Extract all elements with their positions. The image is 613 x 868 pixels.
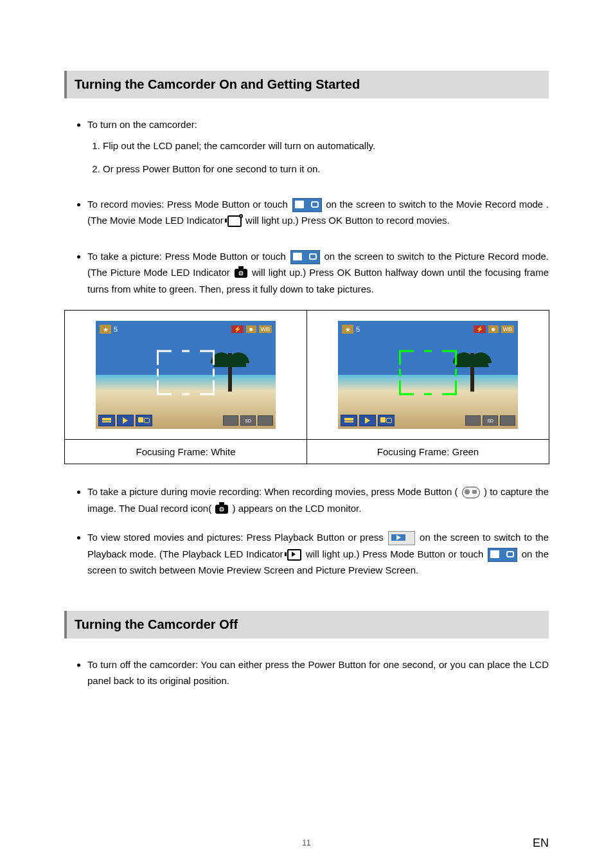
dual-record-before: To take a picture during movie recording… [87, 486, 458, 497]
record-movies-before: To record movies: Press Mode Button or t… [87, 199, 291, 210]
star-icon: ★ [342, 325, 353, 334]
battery-chip [258, 415, 273, 426]
focusing-frame-table: ★ 5 ⚡ ☻ WB [64, 310, 549, 464]
star-icon: ★ [100, 325, 111, 334]
page: Turning the Camcorder On and Getting Sta… [0, 0, 613, 868]
take-picture-before: To take a picture: Press Mode Button or … [87, 251, 289, 262]
mode-switch-icon [290, 250, 320, 264]
table-row: ★ 5 ⚡ ☻ WB [65, 311, 549, 440]
play-icon [117, 415, 134, 426]
face-icon: ☻ [246, 325, 256, 333]
turn-on-steps: Flip out the LCD panel; the camcorder wi… [87, 138, 549, 177]
wb-label: WB [259, 325, 272, 333]
frame-white-cell: ★ 5 ⚡ ☻ WB [65, 311, 307, 440]
view-stored-mid2: will light up.) Press Mode Button or tou… [306, 548, 486, 559]
focus-frame-white [157, 350, 215, 395]
lcd-top-overlay: ★ 5 ⚡ ☻ WB [100, 325, 272, 334]
language-label: EN [533, 836, 549, 850]
dual-record-after: ) appears on the LCD monitor. [233, 503, 362, 514]
mode-button-round-icon [462, 487, 480, 498]
section-a-list-2: To take a picture during movie recording… [64, 484, 549, 579]
frame-green-cell: ★ 5 ⚡ ☻ WB [307, 311, 549, 440]
lcd-bottom-overlay: SD [98, 415, 273, 426]
record-movies-item: To record movies: Press Mode Button or t… [87, 196, 549, 229]
mode-icon [378, 415, 395, 426]
record-movies-after: will light up.) Press OK Button to recor… [245, 215, 450, 226]
lcd-top-overlay: ★ 5 ⚡ ☻ WB [342, 325, 514, 334]
dual-record-item: To take a picture during movie recording… [87, 484, 549, 516]
caption-green: Focusing Frame: Green [307, 440, 549, 464]
take-picture-item: To take a picture: Press Mode Button or … [87, 248, 549, 298]
lcd-screenshot-green: ★ 5 ⚡ ☻ WB [338, 321, 518, 429]
focus-frame-green [399, 350, 457, 395]
face-icon: ☻ [488, 325, 498, 333]
step-1: Flip out the LCD panel; the camcorder wi… [103, 138, 549, 154]
mode-switch-icon [488, 548, 517, 562]
wb-label: WB [501, 325, 515, 333]
flash-icon: ⚡ [231, 325, 244, 333]
mode-icon [136, 415, 152, 426]
mode-switch-icon [292, 198, 322, 212]
playback-led-icon [287, 549, 301, 561]
camera-led-icon [235, 269, 247, 278]
section-b-list: To turn off the camcorder: You can eithe… [64, 656, 549, 689]
sd-chip: SD [240, 415, 256, 426]
turn-on-intro: To turn on the camcorder: Flip out the L… [87, 116, 549, 177]
overlay-count: 5 [114, 325, 118, 333]
view-stored-item: To view stored movies and pictures: Pres… [87, 529, 549, 579]
flash-icon: ⚡ [474, 325, 486, 333]
turn-off-text: To turn off the camcorder: You can eithe… [87, 656, 549, 689]
table-row: Focusing Frame: White Focusing Frame: Gr… [65, 440, 549, 464]
timer-chip [465, 415, 481, 426]
section-a-list: To turn on the camcorder: Flip out the L… [64, 116, 549, 297]
playback-button-icon [388, 531, 415, 545]
overlay-count: 5 [356, 325, 360, 333]
palm-tree-graphic [228, 353, 232, 392]
intro-text: To turn on the camcorder: [87, 119, 197, 130]
section-title-turn-on: Turning the Camcorder On and Getting Sta… [64, 71, 549, 98]
movie-led-icon [227, 215, 242, 227]
lcd-bottom-overlay: SD [341, 415, 515, 426]
timer-chip [223, 415, 238, 426]
menu-icon [98, 415, 115, 426]
play-icon [359, 415, 376, 426]
page-number: 11 [0, 838, 613, 847]
dual-record-camera-icon [215, 505, 228, 514]
section-title-turn-off: Turning the Camcorder Off [64, 611, 549, 638]
view-stored-before: To view stored movies and pictures: Pres… [87, 532, 387, 543]
caption-white: Focusing Frame: White [65, 440, 307, 464]
sd-chip: SD [483, 415, 498, 426]
menu-icon [341, 415, 357, 426]
step-2: Or press Power Button for one second to … [103, 161, 549, 177]
palm-tree-graphic [470, 353, 474, 392]
lcd-screenshot-white: ★ 5 ⚡ ☻ WB [96, 321, 276, 429]
battery-chip [500, 415, 515, 426]
page-footer: 11 EN [0, 838, 613, 847]
